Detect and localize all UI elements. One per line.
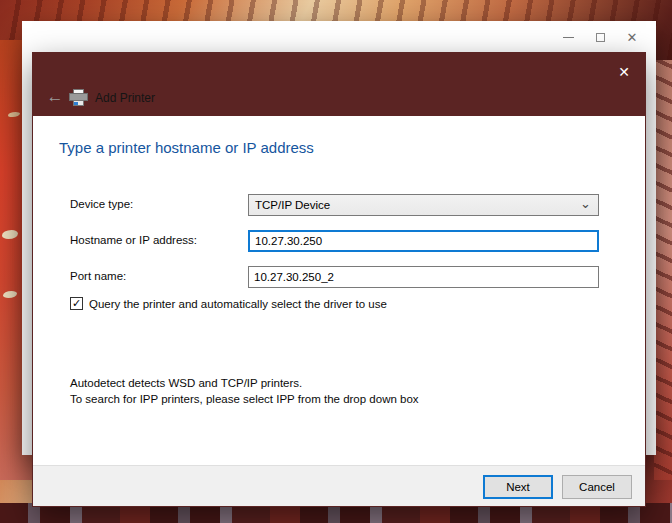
dialog-close-button[interactable]: ✕ — [609, 59, 639, 85]
next-button[interactable]: Next — [483, 475, 553, 499]
query-printer-checkbox-row: ✓ Query the printer and automatically se… — [70, 297, 387, 310]
check-icon: ✓ — [72, 298, 81, 309]
dialog-title-row: Add Printer — [69, 89, 155, 107]
maximize-icon — [596, 33, 605, 42]
page-title: Type a printer hostname or IP address — [59, 139, 314, 156]
dialog-title: Add Printer — [95, 91, 155, 105]
dialog-footer: Next Cancel — [33, 465, 645, 506]
hostname-field-wrap — [248, 230, 599, 252]
titlebar-controls: ✕ — [552, 24, 648, 50]
autodetect-info-line1: Autodetect detects WSD and TCP/IP printe… — [70, 375, 419, 391]
hostname-input[interactable] — [248, 230, 599, 252]
device-type-label: Device type: — [70, 198, 133, 210]
close-icon: ✕ — [618, 64, 630, 80]
add-printer-dialog: ✕ ← Add Printer Type a printer hostname … — [32, 52, 646, 507]
close-icon: ✕ — [627, 30, 638, 45]
minimize-button[interactable] — [552, 24, 584, 50]
port-name-label: Port name: — [70, 270, 126, 282]
query-printer-checkbox-label: Query the printer and automatically sele… — [89, 298, 387, 310]
back-button[interactable]: ← — [43, 86, 67, 108]
maximize-button[interactable] — [584, 24, 616, 50]
back-arrow-icon: ← — [47, 87, 64, 107]
printer-icon — [69, 89, 88, 107]
query-printer-checkbox[interactable]: ✓ — [70, 297, 83, 310]
dialog-header: ✕ ← Add Printer — [33, 53, 645, 116]
hostname-label: Hostname or IP address: — [70, 234, 197, 246]
autodetect-info-line2: To search for IPP printers, please selec… — [70, 391, 419, 407]
close-button[interactable]: ✕ — [616, 24, 648, 50]
minimize-icon — [563, 37, 574, 38]
chevron-down-icon: ⌄ — [580, 196, 591, 211]
port-name-input[interactable] — [248, 266, 599, 288]
autodetect-info: Autodetect detects WSD and TCP/IP printe… — [70, 375, 419, 407]
port-name-field-wrap — [248, 266, 599, 288]
cancel-button[interactable]: Cancel — [562, 475, 632, 499]
device-type-value: TCP/IP Device — [255, 199, 330, 211]
wallpaper-right-band — [654, 60, 672, 480]
device-type-select[interactable]: TCP/IP Device ⌄ — [248, 194, 599, 216]
